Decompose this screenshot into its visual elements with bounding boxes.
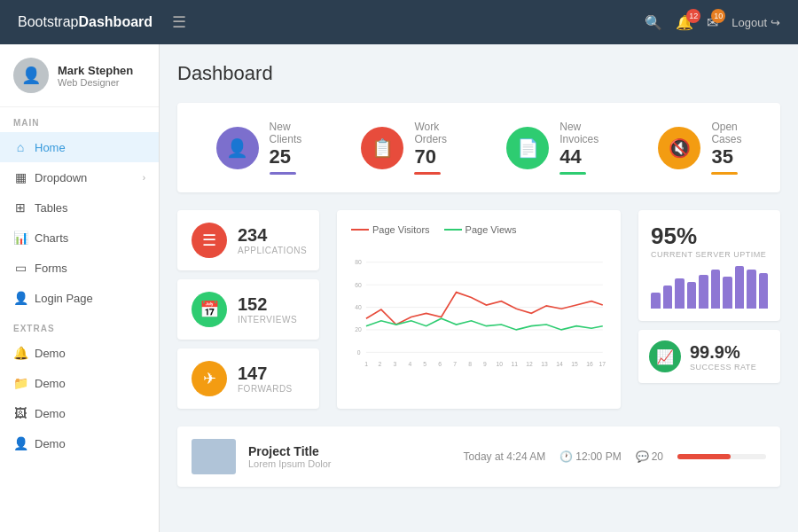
interviews-icon: 📅 xyxy=(192,292,227,327)
uptime-label: CURRENT SERVER UPTIME xyxy=(651,250,768,259)
svg-text:8: 8 xyxy=(468,361,472,367)
work-orders-label: WorkOrders xyxy=(414,121,447,145)
sidebar-item-charts[interactable]: 📊 Charts xyxy=(0,223,159,253)
success-icon: 📈 xyxy=(649,340,681,372)
uptime-card: 95% CURRENT SERVER UPTIME xyxy=(638,210,780,321)
svg-text:4: 4 xyxy=(408,361,411,367)
project-comments: 💬 20 xyxy=(636,450,663,463)
menu-toggle[interactable]: ☰ xyxy=(172,12,186,32)
svg-text:80: 80 xyxy=(355,259,362,265)
search-icon[interactable]: 🔍 xyxy=(645,14,662,31)
sidebar-item-demo1[interactable]: 🔔 Demo xyxy=(0,338,159,368)
svg-text:10: 10 xyxy=(496,361,503,367)
svg-text:14: 14 xyxy=(556,361,563,367)
sidebar-item-home[interactable]: ⌂ Home xyxy=(0,132,159,162)
bar-9 xyxy=(747,270,756,309)
svg-text:12: 12 xyxy=(526,361,533,367)
comment-icon: 💬 xyxy=(636,450,649,463)
views-line-color xyxy=(444,229,462,231)
legend-views: Page Views xyxy=(444,224,517,235)
work-orders-underline xyxy=(414,172,441,175)
mini-card-applications: ☰ 234 APPLICATIONS xyxy=(177,210,319,270)
sidebar-profile: 👤 Mark Stephen Web Designer xyxy=(0,44,159,107)
tables-icon: ⊞ xyxy=(13,200,27,215)
sidebar-item-demo4[interactable]: 👤 Demo xyxy=(0,428,159,458)
sidebar-label-demo3: Demo xyxy=(35,407,66,420)
uptime-pct: 95% xyxy=(651,223,768,250)
profile-info: Mark Stephen Web Designer xyxy=(58,64,133,88)
bar-3 xyxy=(675,278,685,309)
line-chart-svg: 80 60 40 20 0 1 2 3 4 5 6 xyxy=(351,244,606,386)
clock-value: 12:00 PM xyxy=(575,450,621,463)
mini-cards-col: ☰ 234 APPLICATIONS 📅 152 INTERVIEWS ✈ xyxy=(177,210,319,409)
sidebar-item-dropdown[interactable]: ▦ Dropdown › xyxy=(0,162,159,192)
svg-text:1: 1 xyxy=(364,361,368,367)
charts-icon: 📊 xyxy=(13,231,27,245)
sidebar-item-tables[interactable]: ⊞ Tables xyxy=(0,192,159,223)
sidebar-label-forms: Forms xyxy=(35,262,67,275)
mini-card-forwards: ✈ 147 FORWARDS xyxy=(177,348,319,409)
new-invoices-value: 44 xyxy=(559,145,598,168)
applications-value: 234 xyxy=(238,225,307,246)
bar-10 xyxy=(759,273,769,309)
mini-card-interviews: 📅 152 INTERVIEWS xyxy=(177,279,319,340)
project-card: Project Title Lorem Ipsum Dolor Today at… xyxy=(177,426,780,487)
sidebar-label-charts: Charts xyxy=(35,231,68,245)
message-icon[interactable]: ✉ 10 xyxy=(707,14,718,31)
sidebar-item-demo3[interactable]: 🖼 Demo xyxy=(0,398,159,428)
svg-text:40: 40 xyxy=(355,304,362,310)
page-title: Dashboard xyxy=(177,62,780,85)
new-clients-underline xyxy=(270,172,296,175)
brand-text: BootstrapDashboard xyxy=(18,14,153,30)
image-icon: 🖼 xyxy=(13,406,27,420)
stat-card-work-orders: 📋 WorkOrders 70 xyxy=(361,121,447,175)
sidebar-label-demo2: Demo xyxy=(35,377,66,390)
bar-5 xyxy=(699,275,708,309)
stat-card-open-cases: 🔇 OpenCases 35 xyxy=(658,121,741,175)
bar-7 xyxy=(723,277,732,309)
legend-visitors-label: Page Visitors xyxy=(372,224,430,235)
sidebar-label-home: Home xyxy=(35,141,66,154)
sidebar-item-login[interactable]: 👤 Login Page xyxy=(0,283,159,313)
line-chart-card: Page Visitors Page Views 80 xyxy=(337,210,621,409)
svg-text:9: 9 xyxy=(483,361,487,367)
sidebar-item-demo2[interactable]: 📁 Demo xyxy=(0,368,159,398)
success-label: SUCCESS RATE xyxy=(690,363,756,372)
forms-icon: ▭ xyxy=(13,261,27,275)
stat-card-new-invoices: 📄 NewInvoices 44 xyxy=(506,121,598,175)
sidebar-label-tables: Tables xyxy=(35,201,68,215)
svg-text:3: 3 xyxy=(393,361,396,367)
notification-icon[interactable]: 🔔 12 xyxy=(676,14,693,31)
open-cases-value: 35 xyxy=(711,145,741,168)
success-card: 📈 99.9% SUCCESS RATE xyxy=(638,330,780,383)
interviews-label: INTERVIEWS xyxy=(238,315,297,325)
profile-role: Web Designer xyxy=(58,77,133,88)
project-subtitle: Lorem Ipsum Dolor xyxy=(248,458,451,469)
legend-visitors: Page Visitors xyxy=(351,224,430,235)
bar-6 xyxy=(711,270,721,309)
folder-icon: 📁 xyxy=(13,376,27,390)
forwards-value: 147 xyxy=(238,364,293,384)
bar-4 xyxy=(687,282,697,309)
navbar: BootstrapDashboard ☰ 🔍 🔔 12 ✉ 10 Logout … xyxy=(0,0,798,44)
svg-text:2: 2 xyxy=(378,361,381,367)
sidebar-label-demo1: Demo xyxy=(35,347,66,360)
new-clients-label: NewClients xyxy=(270,121,302,145)
forwards-icon: ✈ xyxy=(192,361,227,396)
uptime-bar-chart xyxy=(651,264,768,309)
sidebar-item-forms[interactable]: ▭ Forms xyxy=(0,253,159,283)
comment-count: 20 xyxy=(652,450,663,463)
project-progress-wrapper xyxy=(677,454,766,459)
svg-text:20: 20 xyxy=(355,326,362,332)
new-clients-icon: 👤 xyxy=(216,127,259,169)
main-content: Dashboard 👤 NewClients 25 📋 WorkOrders 7… xyxy=(160,44,798,532)
user-icon: 👤 xyxy=(13,436,27,450)
logout-button[interactable]: Logout ↪ xyxy=(732,16,780,29)
bar-8 xyxy=(735,266,745,309)
svg-text:5: 5 xyxy=(423,361,426,367)
progress-bar-bg xyxy=(677,454,766,459)
sidebar: 👤 Mark Stephen Web Designer MAIN ⌂ Home … xyxy=(0,44,160,532)
message-badge: 10 xyxy=(711,9,725,23)
middle-row: ☰ 234 APPLICATIONS 📅 152 INTERVIEWS ✈ xyxy=(177,210,780,409)
main-section-label: MAIN xyxy=(0,107,159,132)
